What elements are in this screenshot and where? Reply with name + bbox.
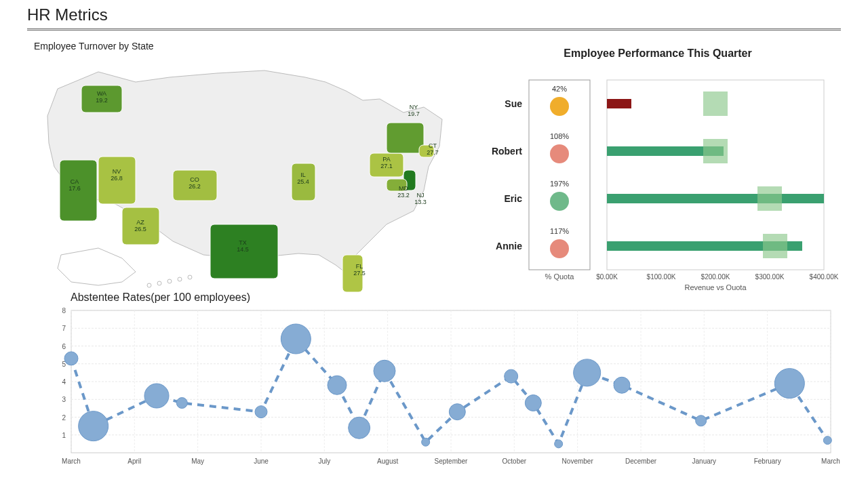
state-label-PA: PA — [382, 156, 390, 163]
state-label-TX: TX — [239, 239, 247, 246]
absentee-point — [176, 398, 187, 409]
page-title: HR Metrics — [0, 0, 868, 24]
state-label-CO: CO — [190, 176, 199, 183]
performance-title: Employee Performance This Quarter — [475, 47, 841, 60]
state-value-FL: 27.5 — [353, 270, 366, 277]
state-value-CO: 26.2 — [189, 183, 201, 190]
quota-dot — [550, 239, 569, 258]
absentee-ytick: 7 — [62, 325, 66, 332]
state-label-CA: CA — [71, 178, 79, 185]
absentee-xtick: April — [127, 458, 141, 465]
employee-pct: 42% — [552, 85, 567, 93]
absentee-xtick: February — [754, 458, 781, 465]
absentee-point — [555, 440, 563, 448]
absentee-xtick: May — [191, 458, 204, 465]
svg-point-4 — [188, 275, 192, 279]
absentee-title: Abstentee Rates(per 100 employees) — [71, 291, 841, 304]
absentee-point — [64, 352, 78, 365]
absentee-chart: 12345678MarchAprilMayJuneJulyAugustSepte… — [41, 304, 841, 480]
employee-name: Annie — [496, 241, 522, 251]
absentee-point — [79, 411, 108, 441]
absentee-point — [349, 417, 370, 439]
absentee-xtick: November — [562, 458, 594, 465]
state-label-AZ: AZ — [136, 219, 144, 226]
absentee-point — [696, 415, 707, 426]
title-divider — [27, 28, 841, 30]
state-value-NJ: 13.3 — [414, 199, 427, 205]
state-label-WA: WA — [97, 90, 106, 97]
state-value-IL: 25.4 — [297, 178, 309, 185]
state-NY — [387, 123, 424, 153]
employee-pct: 197% — [550, 180, 569, 188]
revenue-axis-label: Revenue vs Quota — [684, 283, 747, 290]
absentee-ytick: 6 — [62, 343, 66, 350]
absentee-ytick: 8 — [62, 307, 66, 314]
absentee-ytick: 1 — [62, 432, 66, 439]
absentee-point — [505, 369, 518, 383]
absentee-ytick: 2 — [62, 414, 66, 422]
absentee-point — [574, 359, 601, 386]
svg-point-1 — [157, 281, 161, 285]
quota-marker — [703, 92, 728, 116]
svg-point-3 — [178, 277, 182, 281]
state-label-CT: CT — [429, 142, 437, 149]
absentee-ytick: 4 — [62, 378, 66, 386]
absentee-xtick: September — [435, 458, 469, 465]
state-value-PA: 27.1 — [380, 163, 393, 169]
state-label-NJ: NJ — [417, 192, 425, 199]
revenue-tick: $200.00K — [701, 273, 730, 281]
absentee-point — [449, 404, 465, 420]
revenue-tick: $400.00K — [810, 273, 839, 281]
state-value-CA: 17.6 — [68, 185, 81, 192]
employee-name: Sue — [505, 98, 522, 109]
revenue-tick: $100.00K — [647, 273, 676, 281]
absentee-xtick: July — [318, 458, 330, 465]
absentee-xtick: August — [377, 458, 398, 465]
revenue-tick: $0.00K — [596, 273, 618, 281]
absentee-xtick: October — [502, 458, 527, 465]
employee-name: Robert — [492, 146, 522, 157]
quota-axis-label: % Quota — [545, 272, 575, 281]
absentee-line — [71, 339, 827, 444]
absentee-xtick: December — [625, 458, 657, 465]
map-section-title: Employee Turnover by State — [34, 41, 461, 52]
performance-chart: Sue42%Robert108%Eric197%Annie117%$0.00K$… — [475, 60, 841, 290]
state-value-NV: 26.8 — [111, 175, 123, 182]
state-value-MD: 23.2 — [397, 192, 410, 199]
absentee-ytick: 3 — [62, 396, 66, 403]
revenue-bar — [607, 194, 824, 203]
revenue-tick: $300.00K — [755, 273, 785, 281]
state-value-CT: 27.7 — [427, 149, 439, 156]
absentee-point — [774, 369, 804, 399]
absentee-xtick: March — [62, 458, 81, 465]
absentee-point — [374, 360, 395, 382]
state-value-AZ: 26.5 — [134, 226, 146, 232]
state-label-FL: FL — [356, 263, 363, 270]
absentee-point — [255, 406, 267, 418]
state-value-WA: 19.2 — [96, 97, 108, 104]
absentee-point — [328, 375, 347, 394]
quota-marker — [763, 234, 787, 258]
absentee-xtick: June — [254, 458, 269, 465]
svg-point-2 — [167, 279, 172, 283]
absentee-point — [281, 324, 311, 354]
absentee-point — [144, 384, 169, 408]
absentee-xtick: January — [692, 458, 717, 465]
employee-pct: 108% — [550, 132, 569, 140]
absentee-point — [614, 377, 630, 393]
state-label-MD: MD — [399, 185, 408, 192]
turnover-map: WA19.2CA17.6NV26.8AZ26.5CO26.2TX14.5IL25… — [34, 52, 454, 296]
state-value-NY: 19.7 — [408, 110, 420, 117]
employee-pct: 117% — [550, 227, 569, 235]
state-label-NY: NY — [410, 104, 418, 110]
employee-name: Eric — [505, 193, 523, 204]
state-value-TX: 14.5 — [237, 246, 249, 253]
quota-dot — [550, 97, 569, 116]
quota-dot — [550, 144, 569, 163]
state-label-IL: IL — [300, 171, 306, 178]
quota-marker — [703, 139, 728, 163]
absentee-point — [422, 438, 430, 446]
svg-point-0 — [147, 283, 151, 287]
quota-dot — [550, 192, 569, 211]
revenue-bar — [607, 99, 631, 108]
